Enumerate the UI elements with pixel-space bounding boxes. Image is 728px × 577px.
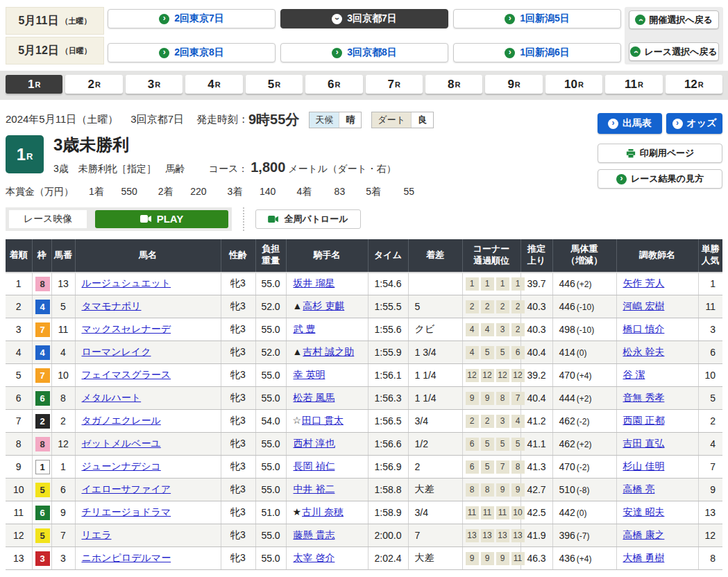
- jockey-name-link[interactable]: 田口 貫太: [302, 415, 344, 426]
- jockey-name-link[interactable]: 高杉 吏麒: [303, 300, 344, 311]
- race-tab-4r[interactable]: 4R: [185, 75, 242, 94]
- meeting-button[interactable]: ›1回新潟6日: [453, 43, 621, 62]
- race-tab-5r[interactable]: 5R: [246, 75, 303, 94]
- trainer-name-link[interactable]: 矢作 芳人: [623, 277, 665, 288]
- race-video-row: レース映像 PLAY 全周パトロール: [0, 207, 728, 231]
- race-tab-2r[interactable]: 2R: [65, 75, 122, 94]
- back-to-race-select-button[interactable]: › レース選択へ戻る: [629, 42, 719, 61]
- jockey-name-link[interactable]: 吉村 誠之助: [303, 346, 354, 357]
- horse-name-link[interactable]: ジューンナデシコ: [82, 460, 161, 472]
- race-tab-1r[interactable]: 1R: [6, 75, 62, 94]
- race-tab-6r[interactable]: 6R: [305, 75, 362, 94]
- race-tab-3r[interactable]: 3R: [126, 75, 183, 94]
- jockey-name-link[interactable]: 太宰 啓介: [294, 552, 335, 563]
- meeting-button[interactable]: ›1回新潟5日: [453, 9, 621, 28]
- jockey-name-link[interactable]: 武 豊: [294, 323, 316, 334]
- trainer-name-link[interactable]: 河嶋 宏樹: [623, 300, 665, 311]
- meeting-button[interactable]: ›2回東京8日: [108, 43, 276, 62]
- horse-number: 5: [51, 295, 75, 318]
- horse-number: 8: [51, 387, 75, 410]
- print-page-button[interactable]: 印刷用ページ: [598, 144, 722, 163]
- prize-amount: 220: [173, 186, 207, 197]
- race-date: 2024年5月11日（土曜）: [6, 113, 118, 126]
- horse-name-link[interactable]: リエラ: [82, 529, 112, 540]
- jockey-cell: 武 豊: [286, 318, 368, 341]
- trainer-name-link[interactable]: 音無 秀孝: [623, 392, 665, 403]
- course-detail: メートル（ダート・右）: [288, 163, 396, 174]
- horse-name-link[interactable]: ルージュシュエット: [82, 277, 171, 288]
- jockey-name-link[interactable]: 坂井 瑠星: [294, 277, 335, 288]
- race-tab-7r[interactable]: 7R: [366, 75, 423, 94]
- race-tab-10r[interactable]: 10R: [545, 75, 602, 94]
- horse-name-link[interactable]: タガノエクレール: [82, 415, 161, 426]
- trainer-name-link[interactable]: 高橋 亮: [623, 483, 655, 494]
- horse-name-link[interactable]: メタルハート: [82, 392, 142, 403]
- result-guide-button[interactable]: › レース結果の見方: [598, 169, 722, 189]
- horse-name-link[interactable]: ゼットメルベーユ: [82, 438, 161, 449]
- carried-weight: 55.0: [255, 273, 286, 295]
- meeting-button[interactable]: ›3回京都7日: [280, 9, 448, 28]
- trainer-name-link[interactable]: 谷 潔: [623, 369, 645, 380]
- trainer-name-link[interactable]: 安達 昭夫: [623, 506, 665, 517]
- horse-name-link[interactable]: マックスセレナーデ: [82, 323, 171, 334]
- trainer-name-link[interactable]: 松永 幹夫: [623, 346, 665, 357]
- horse-number: 12: [51, 433, 75, 456]
- trainer-name-link[interactable]: 橋口 慎介: [623, 323, 665, 334]
- jockey-name-link[interactable]: 松若 風馬: [294, 392, 335, 403]
- corner-passing-order: 99911: [466, 552, 525, 565]
- margin: 大差: [408, 479, 462, 501]
- meeting-button[interactable]: ›2回東京7日: [108, 9, 276, 28]
- finish-time: 2:02.4: [368, 547, 408, 570]
- horse-name-link[interactable]: ローマンレイク: [82, 346, 151, 357]
- jockey-name-link[interactable]: 古川 奈穂: [302, 506, 344, 517]
- chevron-right-circle-icon: ›: [616, 174, 627, 184]
- horse-name-link[interactable]: チリエージョドラマ: [82, 506, 171, 517]
- body-weight-diff: (+2): [577, 440, 592, 449]
- jockey-name-link[interactable]: 中井 裕二: [294, 483, 335, 494]
- finish-time: 1:58.8: [368, 479, 408, 501]
- race-tab-number: 12: [684, 78, 697, 92]
- trainer-name-link[interactable]: 西園 正都: [623, 415, 665, 426]
- frame-number-badge: 5: [35, 528, 50, 543]
- shutsuba-button-label: 出馬表: [623, 117, 652, 130]
- trainer-cell: 橋口 慎介: [616, 318, 698, 341]
- shutsuba-button[interactable]: › 出馬表: [598, 113, 662, 134]
- race-tab-9r[interactable]: 9R: [485, 75, 542, 94]
- jockey-name-link[interactable]: 西村 淳也: [294, 438, 335, 449]
- trainer-name-link[interactable]: 大橋 勇樹: [623, 552, 665, 563]
- finish-time: 1:54.6: [368, 273, 408, 295]
- horse-name-link[interactable]: フェイマスグラース: [82, 369, 171, 380]
- play-button[interactable]: PLAY: [95, 210, 228, 228]
- back-to-kaisai-select-button[interactable]: › 開催選択へ戻る: [629, 10, 719, 29]
- win-popularity: 11: [698, 295, 722, 318]
- odds-button[interactable]: › オッズ: [666, 113, 722, 134]
- trainer-name-link[interactable]: 高橋 康之: [623, 529, 665, 540]
- jockey-cell: 幸 英明: [286, 364, 368, 387]
- horse-name-link[interactable]: タマモナポリ: [82, 300, 142, 311]
- column-header: 騎手名: [286, 239, 368, 273]
- trainer-name-link[interactable]: 吉田 直弘: [623, 438, 665, 449]
- corner-position: 2: [511, 323, 525, 336]
- sex-age: 牝3: [221, 456, 255, 479]
- win-popularity: 3: [698, 318, 722, 341]
- race-tab-12r[interactable]: 12R: [666, 75, 722, 94]
- meeting-button[interactable]: ›3回京都8日: [280, 43, 448, 62]
- race-tab-11r[interactable]: 11R: [605, 75, 662, 94]
- race-tab-number: 1: [28, 78, 34, 92]
- horse-name-link[interactable]: ニホンピロデルマー: [82, 552, 171, 563]
- race-tab-8r[interactable]: 8R: [425, 75, 482, 94]
- trainer-name-link[interactable]: 杉山 佳明: [623, 460, 665, 472]
- jockey-name-link[interactable]: 長岡 禎仁: [294, 460, 335, 472]
- patrol-video-button[interactable]: 全周パトロール: [255, 209, 361, 229]
- course-label: コース：: [209, 163, 248, 174]
- jockey-name-link[interactable]: 藤懸 貴志: [294, 529, 335, 540]
- day-of-week-label: （日曜）: [61, 46, 92, 56]
- printer-icon: [626, 148, 636, 158]
- jockey-name-link[interactable]: 幸 英明: [294, 369, 325, 380]
- corner-position: 6: [511, 346, 525, 359]
- corner-order-cell: 2234: [462, 410, 520, 433]
- horse-name-link[interactable]: イエローサファイア: [82, 483, 171, 494]
- sex-age: 牝3: [221, 433, 255, 456]
- corner-position: 5: [481, 438, 494, 451]
- corner-position: 2: [511, 300, 525, 313]
